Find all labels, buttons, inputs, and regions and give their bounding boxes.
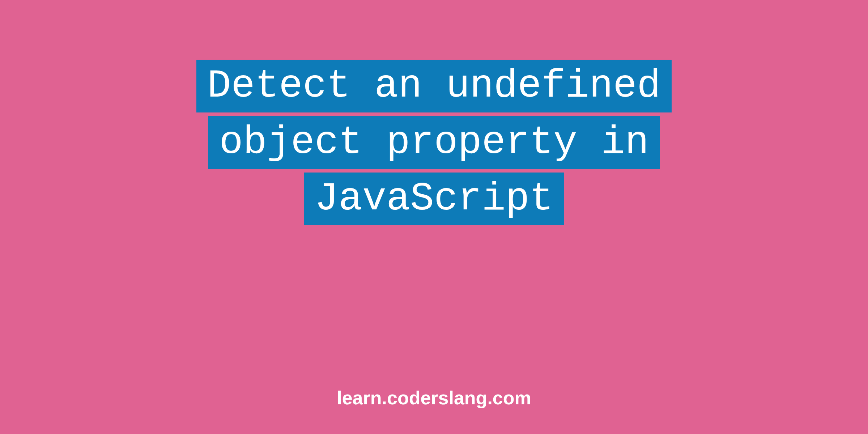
title-line-1: Detect an undefined: [196, 60, 672, 112]
title-container: Detect an undefined object property in J…: [196, 60, 672, 225]
title-line-3: JavaScript: [304, 173, 564, 225]
title-line-2: object property in: [208, 116, 660, 169]
footer-text: learn.coderslang.com: [337, 387, 531, 409]
